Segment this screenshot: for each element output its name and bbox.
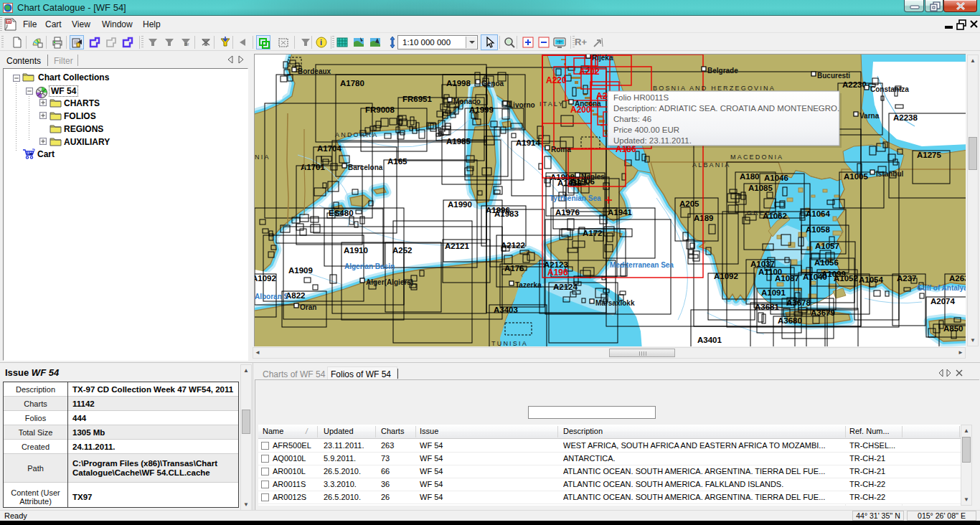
svg-text:A205: A205	[679, 199, 699, 208]
svg-text:A1983: A1983	[494, 209, 519, 218]
svg-text:ALBANIA: ALBANIA	[692, 161, 730, 169]
svg-text:A1092: A1092	[714, 272, 738, 280]
svg-text:Tazerka: Tazerka	[515, 281, 542, 289]
svg-text:GREECE: GREECE	[747, 209, 783, 217]
svg-text:A1092: A1092	[255, 274, 276, 283]
svg-text:A1909: A1909	[288, 266, 313, 275]
svg-text:A1976: A1976	[555, 208, 580, 217]
svg-text:A2230: A2230	[842, 80, 867, 89]
svg-text:Folio HR0011S: Folio HR0011S	[613, 93, 669, 102]
svg-text:Livorno: Livorno	[509, 101, 535, 109]
svg-text:A2122: A2122	[501, 241, 525, 250]
svg-text:Ancona: Ancona	[575, 100, 601, 108]
svg-text:Constantza: Constantza	[870, 85, 909, 93]
svg-text:Alger(Algiers): Alger(Algiers)	[366, 278, 413, 286]
svg-text:Monaco: Monaco	[453, 98, 481, 105]
svg-text:A3680: A3680	[778, 316, 802, 325]
svg-text:Charts: 46: Charts: 46	[613, 115, 651, 123]
svg-text:OK!: OK!	[6, 20, 11, 24]
svg-text:A263: A263	[949, 274, 966, 283]
svg-text:Mediterranean Sea: Mediterranean Sea	[610, 261, 674, 269]
svg-text:Rijeka: Rijeka	[592, 55, 613, 62]
svg-text:Description: ADRIATIC SEA. CRO: Description: ADRIATIC SEA. CROATIA AND M…	[613, 104, 839, 113]
svg-text:Tyrrhenian Sea: Tyrrhenian Sea	[550, 194, 601, 202]
svg-text:A3401: A3401	[697, 336, 722, 344]
svg-text:ANDORRA: ANDORRA	[335, 131, 378, 138]
svg-text:Genoa: Genoa	[481, 80, 504, 88]
svg-text:A176: A176	[504, 264, 524, 273]
svg-text:A1704: A1704	[317, 144, 341, 153]
svg-text:A1058: A1058	[806, 225, 830, 234]
svg-text:i: i	[320, 38, 322, 47]
svg-text:Marsaxlokk: Marsaxlokk	[595, 299, 635, 307]
svg-text:Algerian Basin: Algerian Basin	[344, 262, 395, 270]
svg-text:A172: A172	[583, 229, 603, 237]
svg-text:NIA: NIA	[255, 153, 270, 161]
svg-text:A1780: A1780	[340, 79, 364, 88]
svg-text:A165: A165	[387, 157, 407, 166]
svg-text:A3681: A3681	[755, 303, 779, 311]
svg-text:A1910: A1910	[344, 246, 368, 255]
svg-text:A196: A196	[547, 268, 568, 278]
svg-text:A850: A850	[943, 324, 963, 333]
svg-text:Istanbul: Istanbul	[876, 170, 904, 178]
svg-text:A1064: A1064	[806, 209, 830, 218]
svg-text:Belgrade: Belgrade	[707, 67, 738, 75]
svg-text:TUNISIA: TUNISIA	[491, 340, 528, 346]
svg-text:Dif: Dif	[184, 42, 189, 47]
svg-text:A2238: A2238	[893, 113, 918, 122]
svg-text:Updated: 23.11.2011.: Updated: 23.11.2011.	[613, 136, 692, 145]
svg-text:A220: A220	[546, 75, 567, 85]
svg-text:A1057: A1057	[815, 242, 839, 250]
svg-text:A180: A180	[740, 172, 760, 181]
svg-text:FR6951: FR6951	[402, 95, 433, 103]
svg-text:Barcelona: Barcelona	[348, 164, 383, 171]
svg-text:Naples: Naples	[581, 173, 605, 181]
svg-text:A1985: A1985	[446, 137, 471, 146]
svg-text:ITALY: ITALY	[540, 100, 565, 108]
svg-text:A2121: A2121	[445, 242, 469, 250]
svg-text:A1052: A1052	[834, 274, 858, 283]
svg-text:Gulf of Antalya: Gulf of Antalya	[917, 284, 966, 292]
svg-text:Roma: Roma	[551, 146, 571, 153]
svg-text:A189: A189	[694, 214, 714, 222]
svg-text:MACEDONIA: MACEDONIA	[730, 153, 783, 161]
svg-text:A1275: A1275	[917, 151, 941, 159]
svg-text:A3678: A3678	[786, 298, 811, 307]
svg-text:A202: A202	[579, 67, 600, 77]
svg-text:A1990: A1990	[448, 200, 472, 209]
svg-text:A252: A252	[392, 246, 413, 255]
svg-text:A1005: A1005	[844, 172, 868, 181]
svg-text:A1998: A1998	[446, 79, 471, 88]
svg-text:Bucuresti: Bucuresti	[817, 72, 850, 80]
svg-text:A1046: A1046	[764, 174, 788, 182]
svg-text:A1085: A1085	[748, 184, 773, 192]
svg-text:Varna: Varna	[859, 112, 880, 120]
svg-text:Oran: Oran	[300, 303, 316, 311]
svg-text:A2074: A2074	[930, 297, 955, 306]
svg-text:A1914: A1914	[516, 138, 540, 147]
svg-text:A3403: A3403	[494, 306, 518, 314]
svg-text:A1054: A1054	[859, 275, 883, 284]
svg-text:A1941: A1941	[608, 208, 632, 217]
svg-text:Bordeaux: Bordeaux	[298, 67, 331, 75]
svg-text:A1091: A1091	[761, 288, 786, 297]
svg-text:Alboran S: Alboran S	[255, 293, 289, 301]
svg-text:Price 400.00 EUR: Price 400.00 EUR	[613, 126, 679, 134]
svg-text:FR9008: FR9008	[365, 105, 395, 114]
